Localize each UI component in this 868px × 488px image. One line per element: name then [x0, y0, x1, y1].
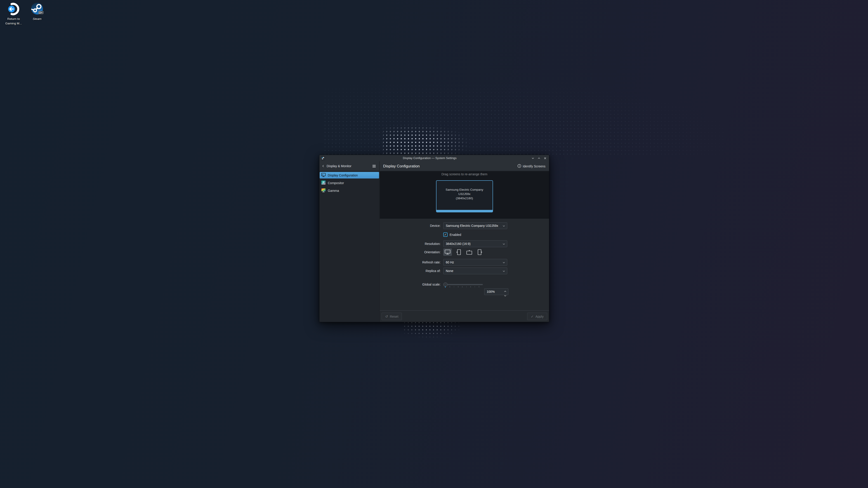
system-settings-app-icon[interactable] — [321, 156, 325, 161]
reset-icon: ↺ — [385, 315, 388, 319]
reset-label: Reset — [390, 315, 399, 318]
enabled-checkbox[interactable]: ✓ — [443, 232, 447, 237]
sidebar-header: Display & Monitor — [319, 161, 379, 171]
apply-label: Apply — [535, 315, 544, 318]
orientation-group — [443, 249, 485, 256]
titlebar[interactable]: Display Configuration — System Settings — [319, 155, 549, 161]
orientation-label: Orientation: — [380, 250, 440, 254]
monitor-vendor: Samsung Electric Company — [436, 188, 493, 192]
screen-arrangement-area: Drag screens to re-arrange them Samsung … — [380, 171, 549, 219]
replica-of-value: None — [446, 269, 453, 273]
display-settings-form: Device: Samsung Electric Company U32J59x… — [380, 219, 549, 311]
enabled-row: ✓ Enabled — [443, 232, 461, 237]
hamburger-menu-button[interactable] — [371, 163, 377, 169]
slider-ticks — [450, 286, 483, 287]
desktop-icon-label: Return to Gaming M... — [2, 17, 25, 26]
resolution-dropdown[interactable]: 3840x2160 (16:9) — [443, 240, 507, 247]
sidebar-header-title: Display & Monitor — [327, 164, 351, 168]
slider-accent-tick — [445, 286, 445, 288]
sidebar-item-label: Gamma — [328, 189, 339, 193]
page-title: Display Configuration — [383, 161, 420, 171]
compositor-icon — [321, 180, 326, 186]
sidebar-item-label: Display Configuration — [328, 173, 358, 177]
screen-preview-samsung[interactable]: Samsung Electric Company U32J59x (3840x2… — [436, 180, 493, 213]
apply-icon: ✓ — [531, 315, 534, 319]
drag-hint: Drag screens to re-arrange them — [380, 171, 549, 176]
refresh-rate-value: 60 Hz — [446, 260, 454, 264]
orientation-landscape-flipped-button[interactable] — [465, 249, 473, 256]
screen-active-indicator — [436, 210, 493, 212]
shortcut-emblem-icon — [38, 11, 43, 14]
system-settings-window: Display Configuration — System Settings … — [319, 155, 549, 322]
sidebar: Display & Monitor — [319, 161, 379, 322]
reset-button[interactable]: ↺ Reset — [381, 313, 402, 320]
desktop-icon-return-to-gaming-mode[interactable]: Return to Gaming M... — [2, 2, 25, 26]
device-label: Device: — [380, 224, 440, 228]
check-icon: ✓ — [444, 233, 447, 236]
replica-of-label: Replica of: — [380, 269, 440, 273]
device-dropdown[interactable]: Samsung Electric Company U32J59x — [443, 222, 507, 229]
desktop-icon-label: Steam — [27, 17, 48, 21]
steam-icon — [31, 3, 43, 16]
return-to-gaming-mode-icon — [6, 2, 21, 16]
replica-of-dropdown[interactable]: None — [443, 267, 507, 274]
sidebar-item-label: Compositor — [328, 181, 344, 185]
identify-screens-label: Identify Screens — [523, 164, 546, 168]
orientation-landscape-button[interactable] — [443, 249, 452, 256]
sidebar-item-gamma[interactable]: Gamma — [320, 187, 379, 194]
wallpaper-dot-cluster — [383, 124, 469, 156]
main-pane: Display Configuration Identify Screens D… — [380, 161, 549, 322]
global-scale-label: Global scale: — [380, 283, 440, 286]
sidebar-item-compositor[interactable]: Compositor — [320, 180, 379, 186]
orientation-portrait-left-button[interactable] — [454, 249, 463, 256]
back-button[interactable] — [320, 163, 326, 169]
refresh-rate-label: Refresh rate: — [380, 260, 440, 264]
refresh-rate-dropdown[interactable]: 60 Hz — [443, 259, 507, 266]
global-scale-slider[interactable] — [443, 281, 483, 288]
window-title: Display Configuration — System Settings — [333, 155, 526, 161]
identify-screens-button[interactable]: Identify Screens — [517, 163, 546, 169]
desktop-icon-steam[interactable]: Steam — [27, 2, 48, 21]
info-icon — [518, 164, 521, 168]
spin-down-icon[interactable] — [504, 293, 506, 297]
device-value: Samsung Electric Company U32J59x — [446, 224, 498, 228]
minimize-button[interactable] — [531, 156, 535, 160]
apply-button[interactable]: ✓ Apply — [527, 313, 547, 320]
orientation-portrait-right-button[interactable] — [476, 249, 485, 256]
wallpaper-dot-pattern — [323, 84, 725, 156]
spin-up-icon[interactable] — [504, 289, 506, 293]
gamma-icon — [321, 188, 326, 193]
sidebar-item-display-configuration[interactable]: Display Configuration — [320, 172, 379, 178]
monitor-resolution: (3840x2160) — [436, 196, 493, 200]
close-button[interactable] — [543, 156, 547, 160]
resolution-value: 3840x2160 (16:9) — [446, 242, 471, 246]
global-scale-spinbox[interactable]: 100% — [484, 288, 508, 295]
maximize-button[interactable] — [537, 156, 541, 160]
monitor-icon — [321, 173, 326, 178]
resolution-label: Resolution: — [380, 242, 440, 246]
global-scale-value: 100% — [487, 290, 495, 293]
monitor-model: U32J59x — [436, 192, 493, 196]
footer-bar: ↺ Reset ✓ Apply — [380, 311, 549, 322]
main-header: Display Configuration Identify Screens — [380, 161, 549, 171]
slider-track[interactable] — [443, 284, 483, 285]
enabled-label: Enabled — [450, 233, 461, 236]
